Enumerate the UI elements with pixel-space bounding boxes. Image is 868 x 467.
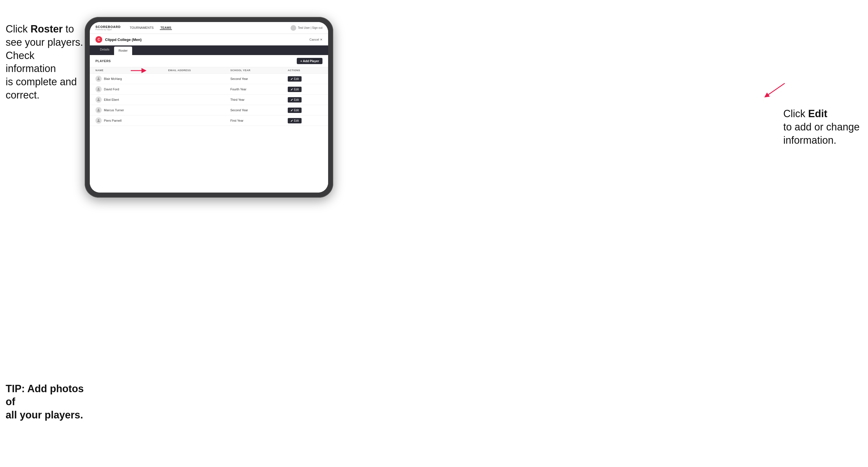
cancel-button[interactable]: Cancel ✕	[309, 38, 322, 41]
nav-teams[interactable]: TEAMS	[160, 26, 172, 30]
player-actions-cell: Edit	[282, 105, 328, 116]
player-name-cell: David Ford	[90, 84, 163, 95]
player-actions-cell: Edit	[282, 74, 328, 84]
col-email: EMAIL ADDRESS	[163, 67, 225, 74]
table-row: Elliot Ebert Third Year Edit	[90, 95, 328, 105]
player-email-cell	[163, 95, 225, 105]
content-area: PLAYERS + Add Player NAME EMAIL ADDRESS …	[90, 55, 328, 192]
col-school-year: SCHOOL YEAR	[225, 67, 282, 74]
svg-line-8	[766, 83, 785, 96]
app-wrapper: SCOREBOARD Powered by clippd TOURNAMENTS…	[90, 22, 328, 192]
players-table: NAME EMAIL ADDRESS SCHOOL YEAR ACTIONS	[90, 67, 328, 126]
col-name: NAME	[90, 67, 163, 74]
player-school-year-cell: Second Year	[225, 74, 282, 84]
roster-keyword: Roster	[31, 23, 63, 35]
nav-tournaments[interactable]: TOURNAMENTS	[129, 26, 154, 30]
team-logo-name: C Clippd College (Men)	[95, 36, 142, 43]
instructions-left: Click Roster tosee your players.Check in…	[6, 23, 85, 102]
player-school-year-cell: Second Year	[225, 105, 282, 116]
player-email-cell	[163, 105, 225, 116]
team-header: C Clippd College (Men) Cancel ✕	[90, 34, 328, 45]
player-name: Elliot Ebert	[104, 98, 119, 101]
player-email-cell	[163, 116, 225, 126]
player-name-cell: Blair McHarg	[90, 74, 163, 84]
table-row: David Ford Fourth Year Edit	[90, 84, 328, 95]
player-name: Piers Parnell	[104, 119, 121, 122]
players-header: PLAYERS + Add Player	[90, 55, 328, 67]
table-row: Marcus Turner Second Year Edit	[90, 105, 328, 116]
player-name: David Ford	[104, 88, 119, 91]
top-nav: SCOREBOARD Powered by clippd TOURNAMENTS…	[90, 22, 328, 34]
player-avatar	[95, 76, 102, 82]
user-avatar	[290, 25, 296, 31]
player-avatar	[95, 118, 102, 124]
table-header-row: NAME EMAIL ADDRESS SCHOOL YEAR ACTIONS	[90, 67, 328, 74]
edit-button[interactable]: Edit	[288, 107, 302, 113]
edit-keyword: Edit	[808, 108, 827, 119]
table-row: Piers Parnell First Year Edit	[90, 116, 328, 126]
edit-arrow	[764, 82, 786, 99]
player-actions-cell: Edit	[282, 84, 328, 95]
svg-point-0	[98, 77, 99, 79]
player-school-year-cell: Fourth Year	[225, 84, 282, 95]
brand: SCOREBOARD Powered by clippd	[95, 25, 121, 31]
edit-button[interactable]: Edit	[288, 76, 302, 82]
team-logo: C	[95, 36, 102, 43]
team-name: Clippd College (Men)	[105, 37, 142, 42]
svg-point-4	[98, 119, 99, 121]
tablet-screen: SCOREBOARD Powered by clippd TOURNAMENTS…	[90, 22, 328, 192]
svg-point-3	[98, 109, 99, 110]
table-row: Blair McHarg Second Year Edit	[90, 74, 328, 84]
player-name: Blair McHarg	[104, 77, 122, 81]
tablet-device: SCOREBOARD Powered by clippd TOURNAMENTS…	[85, 17, 333, 198]
tip-text: TIP: Add photos ofall your players.	[6, 382, 85, 422]
player-name-cell: Piers Parnell	[90, 116, 163, 126]
player-school-year-cell: Third Year	[225, 95, 282, 105]
brand-name: SCOREBOARD	[95, 25, 121, 29]
edit-button[interactable]: Edit	[288, 87, 302, 92]
user-text: Test User | Sign out	[298, 26, 322, 29]
player-name: Marcus Turner	[104, 108, 124, 112]
instructions-right: Click Editto add or changeinformation.	[783, 107, 862, 147]
players-label: PLAYERS	[95, 59, 111, 63]
player-avatar	[95, 107, 102, 113]
tab-roster[interactable]: Roster	[114, 46, 132, 55]
player-email-cell	[163, 74, 225, 84]
svg-point-1	[98, 88, 99, 89]
tab-bar: Details Roster	[90, 45, 328, 55]
player-name-cell: Marcus Turner	[90, 105, 163, 116]
player-avatar	[95, 86, 102, 92]
edit-button[interactable]: Edit	[288, 118, 302, 123]
nav-links: TOURNAMENTS TEAMS	[129, 26, 290, 30]
brand-sub: Powered by clippd	[95, 29, 121, 31]
player-avatar	[95, 97, 102, 103]
roster-arrow	[129, 65, 146, 76]
player-actions-cell: Edit	[282, 95, 328, 105]
svg-point-2	[98, 98, 99, 100]
col-actions: ACTIONS	[282, 67, 328, 74]
player-actions-cell: Edit	[282, 116, 328, 126]
player-email-cell	[163, 84, 225, 95]
edit-button[interactable]: Edit	[288, 97, 302, 102]
player-name-cell: Elliot Ebert	[90, 95, 163, 105]
add-player-button[interactable]: + Add Player	[297, 58, 322, 64]
tab-details[interactable]: Details	[95, 45, 114, 55]
player-school-year-cell: First Year	[225, 116, 282, 126]
nav-user: Test User | Sign out	[290, 25, 322, 31]
